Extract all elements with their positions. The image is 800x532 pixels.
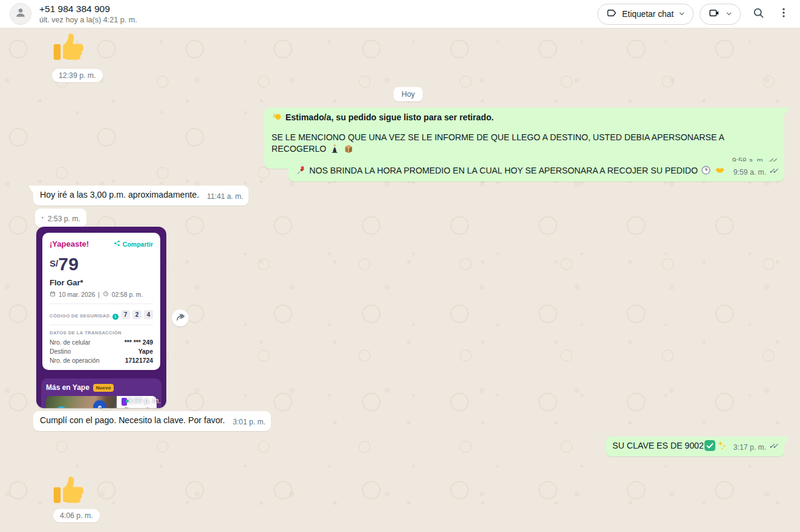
message-text: NOS BRINDA LA HORA PROMEDIO EN LA CUAL H… (309, 166, 698, 175)
movistar-logo-icon: M (56, 406, 67, 408)
yape-date: 10 mar. 2026 (59, 291, 95, 298)
message-text: Hoy iré a las 3,00 p.m. aproximadamente. (40, 190, 199, 199)
forward-message-button[interactable] (172, 310, 189, 326)
chat-message-area: 12:39 p. m. Hoy Estimado/a, su pedido si… (0, 28, 800, 532)
transaction-rows: Nro. de celular *** *** 249 Destino Yape… (50, 339, 153, 364)
video-camera-icon (708, 7, 721, 22)
message-text-bold: Estimado/a, su pedido sigue listo para s… (285, 112, 494, 122)
row-value: Yape (138, 348, 153, 355)
transaction-data-label: DATOS DE LA TRANSACCIÓN (50, 330, 153, 336)
outgoing-message-pedido[interactable]: Estimado/a, su pedido sigue listo para s… (264, 108, 784, 169)
video-call-button[interactable] (700, 4, 741, 25)
package-emoji-icon (343, 143, 354, 154)
row-value: *** *** 249 (125, 339, 153, 346)
pushpin-emoji-icon (296, 165, 306, 175)
outgoing-message-clave[interactable]: SU CLAVE ES DE 9002 3:17 p. m.✓✓ (606, 436, 784, 456)
date-divider: Hoy (394, 87, 423, 102)
check-mark-emoji-icon (704, 440, 715, 451)
message-line-2: SE LE MENCIONO QUE UNA VEZ SE LE INFORME… (272, 132, 778, 155)
label-chat-text: Etiquetar chat (622, 10, 674, 19)
yape-amount: S/79 (50, 254, 153, 274)
message-text: · (41, 212, 44, 222)
date-divider-label: Hoy (402, 90, 415, 99)
security-digits: 7 2 4 (121, 310, 153, 319)
label-chat-button[interactable]: Etiquetar chat (597, 4, 694, 25)
yape-share-button: Compartir (114, 240, 153, 248)
label-tag-icon (606, 7, 617, 21)
message-time: 3:01 p. m. (233, 417, 265, 428)
transaction-row: Destino Yape (50, 348, 153, 355)
search-button[interactable] (747, 2, 770, 25)
incoming-message-pago[interactable]: Cumplí con el pago. Necesito la clave. P… (33, 411, 271, 431)
suit-man-emoji-icon (330, 143, 340, 154)
yape-datetime: 10 mar. 2026 | 02:58 p. m. (50, 291, 153, 298)
message-time-pill: 4:06 p. m. (53, 509, 100, 522)
thumbs-up-emoji-message[interactable] (52, 31, 85, 63)
transaction-row: Nro. de operación 17121724 (50, 357, 153, 364)
info-icon: i (112, 314, 119, 320)
incoming-message-dot[interactable]: · 2:53 p. m. (35, 209, 86, 227)
row-value: 17121724 (125, 357, 153, 364)
security-digit: 2 (132, 310, 141, 319)
chevron-down-icon (726, 8, 732, 19)
message-time: 11:41 a. m. (207, 191, 243, 203)
message-text: Cumplí con el pago. Necesito la clave. P… (40, 415, 225, 425)
yape-receipt-card: ¡Yapeaste! Compartir S/79 Flor Gar* 10 m… (42, 233, 160, 370)
chevron-down-icon (678, 8, 685, 19)
phone-icon (122, 398, 127, 406)
last-seen-status: últ. vez hoy a la(s) 4:21 p. m. (39, 16, 137, 24)
clock-emoji-icon (701, 165, 711, 175)
security-digit: 7 (121, 310, 130, 319)
message-time: 3:17 p. m. (733, 442, 766, 453)
row-label: Destino (50, 348, 71, 355)
message-time: 4:06 p. m. (60, 511, 93, 520)
delivered-check-icon: ✓✓ (769, 442, 779, 450)
contact-avatar[interactable] (10, 3, 31, 25)
yape-recipient: Flor Gar* (50, 278, 153, 287)
yape-time: 02:58 p. m. (112, 291, 143, 298)
clock-small-icon (103, 291, 109, 298)
thumbs-up-icon (52, 498, 85, 508)
chat-header: +51 984 384 909 últ. vez hoy a la(s) 4:2… (0, 0, 800, 28)
message-line-1: Estimado/a, su pedido sigue listo para s… (272, 112, 778, 123)
contact-name: +51 984 384 909 (39, 4, 137, 15)
security-digit: 4 (144, 310, 153, 319)
row-label: Nro. de operación (50, 357, 100, 364)
person-icon (14, 6, 27, 22)
header-actions: Etiquetar chat (597, 2, 792, 25)
row-label: Nro. de celular (50, 339, 91, 346)
share-nodes-icon (114, 240, 120, 248)
waving-hand-emoji-icon (272, 112, 282, 122)
message-time: 2:53 p. m. (48, 213, 80, 225)
entel-logo-icon: e (93, 400, 106, 408)
delivered-check-icon: ✓✓ (769, 167, 779, 175)
image-message-time: 3:00 p. m. (128, 397, 161, 405)
separator: | (98, 291, 100, 298)
sparkles-emoji-icon (717, 440, 727, 450)
amount-value: 79 (58, 254, 79, 274)
message-time: 12:39 p. m. (59, 71, 96, 80)
menu-button[interactable] (776, 2, 792, 25)
security-code-label-row: CÓDIGO DE SEGURIDADi (50, 309, 119, 320)
currency-symbol: S/ (50, 258, 58, 268)
thumbs-up-emoji-message[interactable] (52, 474, 85, 507)
message-time: 9:59 a. m. (733, 167, 766, 178)
transaction-row: Nro. de celular *** *** 249 (50, 339, 153, 346)
yape-receipt-image-message[interactable]: ¡Yapeaste! Compartir S/79 Flor Gar* 10 m… (36, 227, 166, 408)
yape-share-label: Compartir (123, 241, 153, 248)
banner-question: ¿Sin megas? (122, 406, 153, 408)
security-code-label: CÓDIGO DE SEGURIDAD (50, 313, 110, 319)
contact-info[interactable]: +51 984 384 909 últ. vez hoy a la(s) 4:2… (39, 4, 137, 24)
new-badge: Nuevo (93, 384, 114, 392)
message-text: SU CLAVE ES DE 9002 (613, 441, 704, 450)
search-icon (752, 7, 765, 22)
more-in-yape-title: Más en Yape (46, 383, 89, 392)
outgoing-message-hora[interactable]: NOS BRINDA LA HORA PROMEDIO EN LA CUAL H… (288, 161, 784, 181)
calendar-icon (50, 291, 56, 298)
handshake-emoji-icon (715, 165, 725, 175)
kebab-menu-icon (778, 7, 790, 21)
incoming-message-ire[interactable]: Hoy iré a las 3,00 p.m. aproximadamente.… (33, 186, 249, 206)
thumbs-up-icon (52, 55, 85, 65)
message-time-pill: 12:39 p. m. (52, 69, 103, 82)
yape-title: ¡Yapeaste! (50, 239, 89, 248)
